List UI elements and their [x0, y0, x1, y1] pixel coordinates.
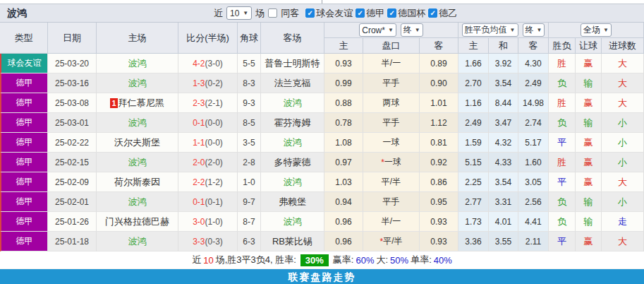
same-opponent-checkbox[interactable]	[268, 8, 277, 18]
away-odds-cell: 0.86	[420, 172, 458, 192]
home-team-name: 拜仁慕尼黑	[119, 97, 164, 110]
score-cell: 1-1(0-0)	[178, 133, 238, 153]
odds-final-select[interactable]: 终▼	[401, 23, 423, 37]
subcol-goals: 进球数	[602, 38, 644, 54]
home-team-cell: 门兴格拉德巴赫	[97, 212, 178, 232]
handicap-result-cell: 赢	[576, 153, 602, 172]
goals-cell: 小	[602, 133, 644, 153]
date-cell: 25-03-08	[48, 93, 97, 113]
table-row: 德甲25-03-16波鸿1-3(0-2)8-3法兰克福0.99平手0.902.7…	[0, 73, 644, 93]
league-filter-checkbox[interactable]: ✓	[305, 8, 315, 18]
league-filters: ✓球会友谊✓德甲✓德国杯✓德乙	[303, 7, 457, 20]
type-cell: 德甲	[0, 212, 48, 232]
mean-draw-cell: 4.33	[489, 153, 518, 172]
divider	[322, 0, 322, 4]
corners-cell: 9-3	[238, 93, 261, 113]
mean-win-cell: 5.15	[458, 153, 489, 172]
halftime-score: (2-1)	[205, 98, 223, 108]
score-cell: 4-2(3-0)	[178, 54, 238, 73]
table-row: 德甲25-02-22沃尔夫斯堡1-1(0-0)3-5波鸿1.08一球0.811.…	[0, 133, 644, 153]
mean-win-cell: 1.66	[458, 54, 489, 73]
halftime-score: (1-2)	[205, 177, 223, 187]
league-handicap-trend-bar: 联赛盘路走势	[0, 269, 644, 284]
score-cell: 0-1(0-0)	[178, 113, 238, 133]
match-stats-panel: 波鸿 近 10▼ 场 同客 ✓球会友谊✓德甲✓德国杯✓德乙 类型 日期 主场 比…	[0, 0, 644, 284]
goals-cell: 走	[602, 212, 644, 232]
mean-draw-cell: 3.54	[489, 73, 518, 93]
summary-recent-count: 10	[203, 255, 213, 266]
corners-cell: 8-5	[238, 113, 261, 133]
table-body: 球会友谊25-03-20波鸿4-2(3-0)5-5普鲁士明斯特0.93半/一0.…	[0, 54, 644, 252]
handicap-cell: 两球	[363, 93, 420, 113]
type-cell: 德甲	[0, 73, 48, 93]
odds-company-select[interactable]: Crow*▼	[359, 23, 396, 37]
home-team-cell: 波鸿	[97, 113, 178, 133]
away-team-name: 波鸿	[284, 136, 302, 149]
away-team-name: 波鸿	[284, 97, 302, 110]
handicap-cell: *一球	[363, 153, 420, 172]
fulltime-score: 2-3	[193, 98, 205, 108]
result-cell: 负	[549, 113, 576, 133]
away-odds-cell: 0.92	[420, 153, 458, 172]
handicap-cell: 平手	[363, 192, 420, 212]
match-count-select[interactable]: 10▼	[226, 6, 252, 20]
halftime-score: (0-1)	[205, 197, 223, 207]
summary-bar: 近10场,胜3平3负4, 胜率: 30% 赢率:60% 大:50% 单率:40%	[0, 252, 644, 269]
table-row: 德甲25-02-01波鸿0-1(0-1)9-7弗赖堡0.94平手0.952.77…	[0, 192, 644, 212]
mean-win-cell: 2.77	[458, 192, 489, 212]
league-filter-label: 球会友谊	[316, 7, 353, 20]
subcol-mean-win: 主	[458, 38, 489, 54]
result-cell: 胜	[549, 153, 576, 172]
chevron-down-icon: ▼	[537, 27, 542, 33]
corners-cell: 5-5	[238, 54, 261, 73]
score-cell: 2-0(2-0)	[178, 153, 238, 172]
handicap-star: *	[379, 237, 383, 247]
goals-cell: 大	[602, 232, 644, 252]
mean-select[interactable]: 胜平负均值▼	[462, 23, 518, 37]
col-header-home: 主场	[97, 23, 178, 54]
away-team-name: RB莱比锡	[272, 235, 312, 248]
chevron-down-icon: ▼	[388, 27, 394, 33]
away-team-name: 波鸿	[284, 215, 302, 228]
mean-draw-cell: 3.47	[489, 113, 518, 133]
mean-lose-cell: 14.98	[518, 93, 549, 113]
league-filter-checkbox[interactable]: ✓	[356, 8, 365, 18]
date-cell: 25-02-09	[48, 172, 97, 192]
home-team-cell: 荷尔斯泰因	[97, 172, 178, 192]
chevron-down-icon: ▼	[510, 27, 516, 33]
away-team-name: 普鲁士明斯特	[265, 57, 320, 70]
mean-lose-cell: 5.17	[518, 133, 549, 153]
fullmatch-select[interactable]: 全场▼	[581, 23, 612, 37]
col-header-score: 比分(半场)	[178, 23, 238, 54]
corners-cell: 9-7	[238, 192, 261, 212]
league-filter-checkbox[interactable]: ✓	[387, 8, 396, 18]
away-team-cell: 普鲁士明斯特	[261, 54, 324, 73]
mean-win-cell: 1.16	[458, 93, 489, 113]
fulltime-score: 0-1	[193, 118, 205, 128]
home-team-cell: 1拜仁慕尼黑	[97, 93, 178, 113]
date-cell: 25-02-22	[48, 133, 97, 153]
away-team-cell: 波鸿	[261, 172, 324, 192]
mean-final-select[interactable]: 终▼	[523, 23, 545, 37]
fulltime-score: 0-1	[193, 197, 205, 207]
away-team-name: 法兰克福	[274, 77, 311, 90]
handicap-cell: 平/半	[363, 172, 420, 192]
date-cell: 25-02-15	[48, 153, 97, 172]
result-cell: 平	[549, 172, 576, 192]
handicap-star: *	[381, 158, 384, 167]
league-filter-checkbox[interactable]: ✓	[428, 8, 437, 18]
league-filter-label: 德国杯	[398, 7, 425, 20]
table-header: 类型 日期 主场 比分(半场) 角球 客场 Crow*▼ 终▼ 胜平负均值▼ 终…	[0, 22, 644, 54]
footer-title: 联赛盘路走势	[288, 271, 356, 284]
table-row: 德甲25-03-01波鸿0-1(0-0)8-5霍芬海姆0.78平手1.122.4…	[0, 113, 644, 133]
home-odds-cell: 0.93	[324, 54, 363, 73]
home-team-name: 荷尔斯泰因	[114, 176, 160, 189]
mean-lose-cell: 2.74	[518, 113, 549, 133]
matches-label: 场	[255, 7, 265, 20]
team-title: 波鸿	[7, 7, 27, 20]
fulltime-score: 3-3	[193, 237, 205, 247]
away-team-name: 弗赖堡	[279, 196, 306, 208]
fulltime-score: 2-0	[193, 158, 205, 167]
away-odds-cell: 0.95	[420, 192, 458, 212]
table-row: 球会友谊25-03-20波鸿4-2(3-0)5-5普鲁士明斯特0.93半/一0.…	[0, 54, 644, 73]
